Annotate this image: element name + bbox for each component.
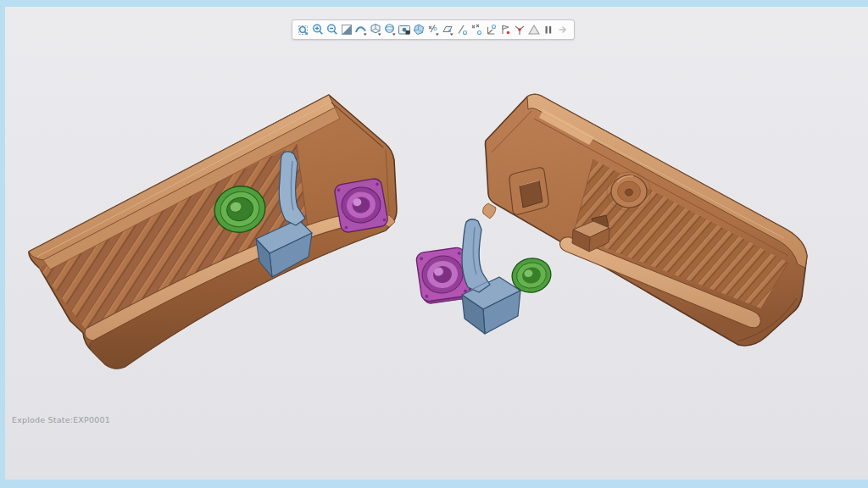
datum-display-filters-icon[interactable]: [426, 23, 440, 36]
viewport-3d[interactable]: [5, 7, 868, 480]
axis-display-icon[interactable]: [455, 23, 469, 36]
analysis-display-icon[interactable]: [527, 23, 541, 36]
csys-display-icon[interactable]: [484, 23, 498, 36]
spin-center-icon[interactable]: [513, 23, 526, 36]
shading-style-icon[interactable]: [354, 23, 368, 36]
saved-orientations-icon[interactable]: [383, 23, 397, 36]
graphics-toolbar: [292, 19, 575, 40]
door-panel-right[interactable]: [483, 94, 807, 346]
plane-display-icon[interactable]: [441, 23, 454, 36]
square-speaker-left[interactable]: [334, 178, 389, 234]
pause-icon[interactable]: [542, 23, 555, 36]
zoom-in-icon[interactable]: [311, 23, 325, 36]
annotation-display-icon[interactable]: [498, 23, 512, 36]
graphics-options-icon[interactable]: [556, 23, 570, 36]
explode-state-label: Explode State:EXP0001: [12, 415, 110, 424]
repaint-icon[interactable]: [340, 23, 353, 36]
graphics-area[interactable]: Explode State:EXP0001: [5, 7, 868, 480]
door-panel-left[interactable]: [29, 95, 397, 369]
zoom-out-icon[interactable]: [326, 23, 339, 36]
display-style-icon[interactable]: [369, 23, 382, 36]
view-manager-icon[interactable]: [412, 23, 426, 36]
refit-icon[interactable]: [297, 23, 310, 36]
point-display-icon[interactable]: [470, 23, 483, 36]
capture-icon[interactable]: [398, 23, 411, 36]
